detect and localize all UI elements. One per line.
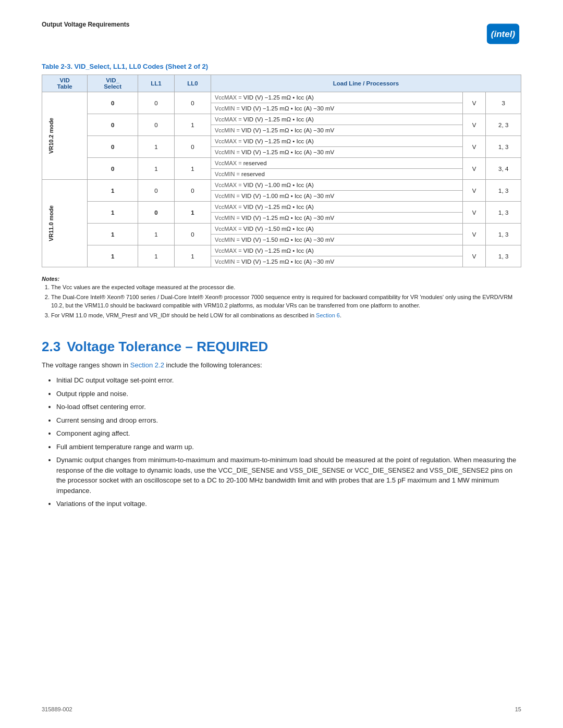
section-heading: 2.3Voltage Tolerance – REQUIRED (42, 339, 521, 355)
table-row: 1 0 1 VccMAX = VID (V) −1.25 mΩ • Icc (A… (42, 202, 521, 213)
list-item: Full ambient temperature range and warm … (56, 442, 521, 452)
col-vid-select: VID_Select (88, 75, 138, 92)
col-vid-table: VIDTable (42, 75, 88, 92)
list-item: Initial DC output voltage set-point erro… (56, 375, 521, 386)
footer-doc-number: 315889-002 (42, 706, 72, 712)
vr10-mode-cell: VR10.2 mode (42, 92, 88, 180)
list-item: For VRM 11.0 mode, VRM_Pres# and VR_ID# … (51, 312, 521, 319)
list-item: The Dual-Core Intel® Xeon® 7100 series /… (51, 293, 521, 310)
notes-section: Notes: The Vcc values are the expected v… (42, 276, 521, 320)
page-footer: 315889-002 15 (42, 706, 521, 712)
notes-title: Notes: (42, 276, 521, 282)
table-row: VR11.0 mode 1 0 0 VccMAX = VID (V) −1.00… (42, 180, 521, 191)
table-row: 1 1 0 VccMAX = VID (V) −1.50 mΩ • Icc (A… (42, 224, 521, 235)
list-item: The Vcc values are the expected voltage … (51, 283, 521, 291)
vr11-mode-cell: VR11.0 mode (42, 180, 88, 267)
svg-text:(intel): (intel) (491, 29, 516, 39)
bullet-list: Initial DC output voltage set-point erro… (42, 375, 521, 509)
table-row: 0 1 0 VccMAX = VID (V) −1.25 mΩ • Icc (A… (42, 136, 521, 147)
section-intro: The voltage ranges shown in Section 2.2 … (42, 360, 521, 371)
footer-page-number: 15 (515, 706, 521, 712)
intel-logo-icon: (intel) (485, 21, 521, 47)
vid-select-table: VIDTable VID_Select LL1 LL0 Load Line / … (42, 75, 521, 267)
list-item: No-load offset centering error. (56, 402, 521, 412)
col-load-line-processors: Load Line / Processors (211, 75, 521, 92)
col-ll0: LL0 (174, 75, 211, 92)
table-row: 0 0 1 VccMAX = VID (V) −1.25 mΩ • Icc (A… (42, 114, 521, 125)
header-title: Output Voltage Requirements (42, 21, 129, 28)
table-row: VR10.2 mode 0 0 0 VccMAX = VID (V) −1.25… (42, 92, 521, 103)
table-caption: Table 2-3. VID_Select, LL1, LL0 Codes (S… (42, 63, 521, 70)
section22-link[interactable]: Section 2.2 (130, 361, 164, 369)
list-item: Component aging affect. (56, 428, 521, 439)
notes-list: The Vcc values are the expected voltage … (42, 283, 521, 320)
vid-select-0-0-0: 0 (88, 92, 138, 114)
section-number: 2.3 (42, 339, 60, 354)
col-ll1: LL1 (138, 75, 174, 92)
page-header: Output Voltage Requirements (intel) (42, 21, 521, 47)
table-row: 1 1 1 VccMAX = VID (V) −1.25 mΩ • Icc (A… (42, 245, 521, 256)
list-item: Variations of the input voltage. (56, 499, 521, 509)
table-row: 0 1 1 VccMAX = reserved V 3, 4 (42, 158, 521, 169)
list-item: Dynamic output changes from minimum-to-m… (56, 455, 521, 496)
list-item: Output ripple and noise. (56, 389, 521, 399)
list-item: Current sensing and droop errors. (56, 415, 521, 426)
section6-link[interactable]: Section 6 (316, 312, 340, 318)
section-title: Voltage Tolerance – REQUIRED (67, 339, 268, 354)
